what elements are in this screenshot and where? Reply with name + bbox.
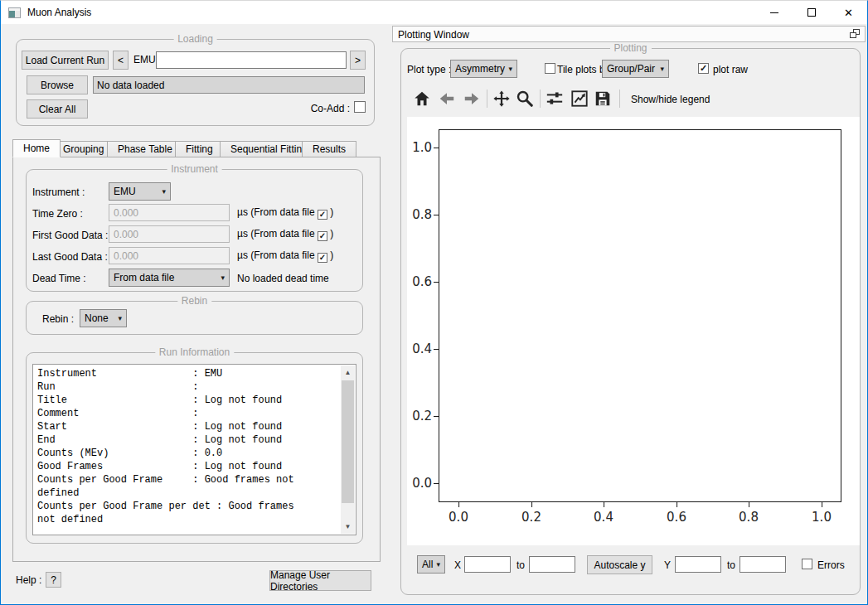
loading-group: Loading Load Current Run < EMU > Browse … [16,39,375,126]
manage-user-directories-button[interactable]: Manage User Directories [269,570,371,591]
plot-type-value: Asymmetry [455,63,505,75]
scroll-up-icon[interactable]: ▲ [341,365,355,380]
rebin-select-value: None [85,312,109,324]
run-information-box[interactable]: Instrument : EMU Run : Title : Log not f… [32,364,356,535]
save-icon [594,90,612,108]
maximize-button[interactable] [793,1,830,24]
errors-checkbox[interactable] [802,559,812,569]
first-good-data-from-file-checkbox[interactable]: ✓ [318,231,327,241]
plot-type-select[interactable]: Asymmetry ▾ [450,60,517,78]
y-from-input[interactable] [675,556,721,573]
rebin-label: Rebin : [42,313,74,325]
plot-zoom-button[interactable] [515,89,535,109]
close-button[interactable]: ✕ [830,1,867,24]
last-good-data-unit: µs (From data file ✓ ) [237,249,333,263]
next-run-button[interactable]: > [350,51,366,70]
show-hide-legend-button[interactable]: Show/hide legend [631,94,710,105]
minimize-button[interactable] [755,1,793,24]
y-tick-label: 0.2 [407,409,432,424]
run-info-scrollbar[interactable]: ▲ ▼ [341,365,355,534]
tab-phase-table[interactable]: Phase Table [107,141,183,157]
chevron-down-icon: ▾ [436,561,440,569]
plot-raw-checkbox[interactable]: ✓ [698,63,709,74]
title-bar: Muon Analysis ✕ [1,1,867,24]
last-good-data-unit-close: ) [330,249,333,261]
coadd-checkbox[interactable] [354,101,366,113]
x-range-label: X [454,559,461,571]
time-zero-unit: µs (From data file ✓ ) [237,206,333,220]
toolbar-separator [540,90,541,108]
last-good-data-from-file-checkbox[interactable]: ✓ [318,253,327,263]
dead-time-select-value: From data file [114,272,174,283]
help-label: Help : [16,574,41,586]
home-icon [413,90,431,108]
load-current-run-button[interactable]: Load Current Run [22,51,109,70]
x-tick-label: 0.8 [739,510,759,525]
plot-type-label: Plot type : [407,64,451,75]
maximize-icon [807,8,816,17]
instrument-select[interactable]: EMU ▾ [109,182,171,201]
scroll-down-icon[interactable]: ▼ [341,520,355,534]
y-tick-label: 0.0 [407,476,432,491]
errors-label: Errors [817,559,845,571]
tile-by-select[interactable]: Group/Pair ▾ [602,60,669,78]
rebin-group-title: Rebin [177,295,211,307]
y-to-input[interactable] [739,556,786,573]
clear-all-button[interactable]: Clear All [27,99,88,119]
plot-back-button[interactable] [437,89,457,109]
x-tick-label: 0.6 [667,510,686,525]
toolbar-separator [487,90,487,108]
plotting-group-title: Plotting [609,42,651,54]
tab-home[interactable]: Home [12,139,61,157]
plot-home-button[interactable] [412,89,432,109]
help-button[interactable]: ? [46,572,61,588]
plot-axes [439,129,841,502]
dead-time-select[interactable]: From data file ▾ [109,269,230,287]
y-tick-label: 0.6 [407,274,432,289]
time-zero-unit-text: µs (From data file [237,206,315,218]
float-dock-icon[interactable] [850,29,861,40]
tab-grouping[interactable]: Grouping [52,141,114,157]
loading-group-title: Loading [173,33,217,45]
zoom-icon [516,90,534,108]
back-icon [438,90,456,108]
dead-time-label: Dead Time : [32,273,86,284]
time-zero-from-file-checkbox[interactable]: ✓ [318,210,327,220]
rebin-group: Rebin [26,301,363,335]
run-number-input[interactable] [156,51,347,69]
x-tick-label: 0.4 [594,510,613,525]
plot-range-value: All [422,559,433,570]
loaded-data-status: No data loaded [93,76,365,94]
plot-raw-label: plot raw [713,64,748,75]
scrollbar-thumb[interactable] [342,380,354,503]
plot-canvas[interactable]: 0.0 0.2 0.4 0.6 0.8 1.0 0.0 0.2 0.4 0.6 … [407,117,860,545]
plot-customize-button[interactable] [570,89,589,109]
tile-plots-checkbox[interactable] [545,63,555,74]
tab-fitting[interactable]: Fitting [175,141,224,157]
plotting-dock-header[interactable]: Plotting Window [392,26,866,42]
run-information-title: Run Information [155,346,234,358]
plot-pan-button[interactable] [492,89,512,109]
first-good-data-input: 0.000 [109,225,230,243]
dead-time-note: No loaded dead time [237,273,329,284]
coadd-label: Co-Add : [308,103,350,114]
plotting-dock-title: Plotting Window [398,29,469,41]
plot-subplots-button[interactable] [545,89,565,109]
instrument-label: Instrument : [32,186,85,198]
tile-by-value: Group/Pair [607,63,655,75]
x-tick-label: 0.2 [521,510,541,525]
x-to-input[interactable] [529,556,575,573]
autoscale-y-button[interactable]: Autoscale y [587,555,652,574]
plot-range-select[interactable]: All ▾ [417,555,445,574]
x-from-input[interactable] [464,556,511,573]
close-icon: ✕ [844,7,853,18]
y-to-label: to [727,559,735,571]
run-information-text: Instrument : EMU Run : Title : Log not f… [37,367,308,526]
browse-button[interactable]: Browse [27,75,88,94]
previous-run-button[interactable]: < [113,51,129,70]
plot-forward-button[interactable] [462,89,482,109]
rebin-select[interactable]: None ▾ [80,309,127,327]
tab-results[interactable]: Results [302,141,356,157]
instrument-group-title: Instrument [167,163,222,175]
plot-save-button[interactable] [593,89,613,109]
